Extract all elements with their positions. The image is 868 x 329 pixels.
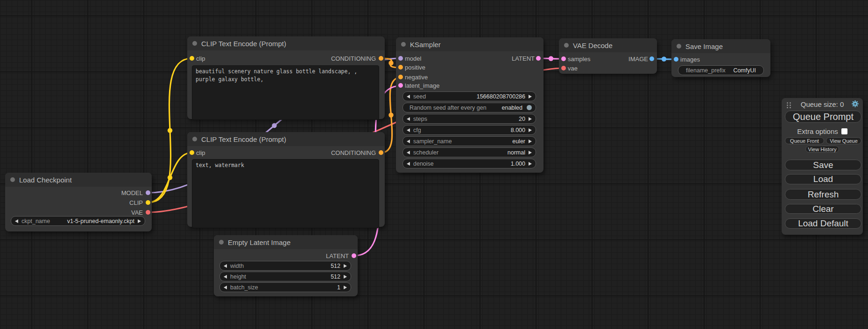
input-slot-vae[interactable] — [561, 66, 566, 70]
queue-front-button[interactable]: Queue Front — [785, 137, 824, 144]
widget-random-seed[interactable]: Random seed after every gen enabled — [402, 103, 536, 112]
output-slot-vae[interactable] — [146, 210, 150, 215]
next-value-icon[interactable] — [529, 162, 532, 166]
widget-sampler-name[interactable]: sampler_name euler — [402, 136, 536, 146]
widget-batch-size[interactable]: batch_size 1 — [219, 282, 351, 292]
extra-options-checkbox[interactable] — [841, 128, 847, 134]
widget-cfg[interactable]: cfg 8.000 — [402, 125, 536, 135]
view-history-button[interactable]: View History — [805, 146, 839, 153]
input-slot-clip[interactable] — [190, 150, 194, 155]
next-value-icon[interactable] — [138, 219, 141, 223]
load-button[interactable]: Load — [785, 174, 861, 184]
random-seed-toggle-icon[interactable] — [527, 105, 532, 110]
node-ksampler[interactable]: KSampler model LATENT positive negative … — [396, 37, 543, 173]
collapse-dot[interactable] — [401, 42, 406, 47]
load-default-button[interactable]: Load Default — [785, 218, 861, 229]
slot-row: clip CONDITIONING — [187, 148, 385, 157]
node-titlebar[interactable]: Load Checkpoint — [5, 173, 152, 187]
next-value-icon[interactable] — [529, 95, 532, 98]
node-load-checkpoint[interactable]: Load Checkpoint MODEL CLIP VAE ckpt_name… — [5, 173, 152, 231]
prev-value-icon[interactable] — [15, 219, 18, 223]
node-titlebar[interactable]: CLIP Text Encode (Prompt) — [187, 36, 385, 50]
widget-denoise[interactable]: denoise 1.000 — [402, 159, 536, 168]
output-slot-image[interactable] — [649, 56, 654, 61]
node-clip-text-encode-negative[interactable]: CLIP Text Encode (Prompt) clip CONDITION… — [187, 132, 385, 227]
input-slot-samples[interactable] — [561, 56, 566, 61]
input-slot-images[interactable] — [674, 57, 678, 62]
collapse-dot[interactable] — [219, 240, 224, 245]
next-value-icon[interactable] — [344, 264, 347, 268]
prev-value-icon[interactable] — [224, 286, 227, 289]
widget-seed[interactable]: seed 156680208700286 — [402, 91, 536, 101]
widget-label: cfg — [413, 127, 421, 133]
node-titlebar[interactable]: CLIP Text Encode (Prompt) — [187, 132, 385, 146]
output-slot-latent[interactable] — [352, 253, 356, 258]
output-slot-clip[interactable] — [146, 200, 150, 205]
queue-prompt-button[interactable]: Queue Prompt — [785, 111, 861, 123]
output-slot-model[interactable] — [146, 190, 150, 195]
next-value-icon[interactable] — [344, 286, 347, 289]
prompt-textarea[interactable]: beautiful scenery nature glass bottle la… — [192, 65, 379, 120]
node-titlebar[interactable]: KSampler — [396, 37, 543, 51]
prev-value-icon[interactable] — [407, 95, 410, 98]
node-titlebar[interactable]: Save Image — [671, 39, 770, 53]
collapse-dot[interactable] — [10, 177, 15, 182]
node-graph-canvas[interactable]: Load Checkpoint MODEL CLIP VAE ckpt_name… — [0, 0, 868, 329]
collapse-dot[interactable] — [564, 43, 569, 48]
widget-steps[interactable]: steps 20 — [402, 114, 536, 124]
clear-button[interactable]: Clear — [785, 204, 861, 214]
node-clip-text-encode-positive[interactable]: CLIP Text Encode (Prompt) clip CONDITION… — [187, 36, 385, 119]
next-value-icon[interactable] — [344, 275, 347, 279]
widget-label: sampler_name — [413, 138, 452, 145]
settings-gear-icon[interactable] — [851, 100, 859, 108]
node-vae-decode[interactable]: VAE Decode samples IMAGE vae — [559, 38, 657, 74]
next-value-icon[interactable] — [529, 117, 532, 121]
widget-height[interactable]: height 512 — [219, 272, 351, 281]
prev-value-icon[interactable] — [407, 140, 410, 143]
widget-scheduler[interactable]: scheduler normal — [402, 147, 536, 157]
input-slot-latent-image[interactable] — [398, 83, 403, 88]
output-label: MODEL — [121, 189, 143, 196]
output-label: CONDITIONING — [331, 149, 376, 156]
output-slot-conditioning[interactable] — [379, 56, 383, 61]
input-slot-clip[interactable] — [190, 56, 194, 61]
output-slot-latent[interactable] — [536, 56, 541, 61]
widget-label: steps — [413, 116, 427, 122]
save-button[interactable]: Save — [785, 160, 861, 170]
widget-label: seed — [413, 93, 426, 100]
refresh-button[interactable]: Refresh — [785, 189, 861, 200]
input-slot-model[interactable] — [398, 56, 403, 61]
prompt-textarea[interactable]: text, watermark — [192, 159, 379, 228]
widget-width[interactable]: width 512 — [219, 261, 351, 271]
prev-value-icon[interactable] — [224, 264, 227, 268]
node-titlebar[interactable]: VAE Decode — [559, 38, 657, 52]
widget-filename-prefix[interactable]: filename_prefix ComfyUI — [678, 65, 764, 75]
output-slot-conditioning[interactable] — [379, 150, 383, 155]
collapse-dot[interactable] — [677, 44, 681, 49]
widget-ckpt-name[interactable]: ckpt_name v1-5-pruned-emaonly.ckpt — [11, 216, 145, 226]
node-titlebar[interactable]: Empty Latent Image — [214, 235, 358, 249]
widget-label: width — [230, 263, 244, 269]
widget-value: enabled — [502, 105, 523, 111]
next-value-icon[interactable] — [529, 128, 532, 132]
prev-value-icon[interactable] — [407, 151, 410, 154]
input-label: vae — [568, 65, 578, 72]
prev-value-icon[interactable] — [224, 275, 227, 279]
prev-value-icon[interactable] — [407, 128, 410, 132]
node-empty-latent-image[interactable]: Empty Latent Image LATENT width 512 heig… — [214, 235, 358, 296]
input-label: latent_image — [405, 82, 439, 89]
input-label: model — [405, 55, 421, 62]
collapse-dot[interactable] — [192, 137, 197, 141]
queue-panel[interactable]: Queue size: 0 Queue Prompt Extra options… — [782, 98, 863, 235]
node-save-image[interactable]: Save Image images filename_prefix ComfyU… — [671, 39, 770, 77]
next-value-icon[interactable] — [529, 140, 532, 143]
view-queue-button[interactable]: View Queue — [826, 137, 861, 144]
input-label: samples — [568, 56, 590, 63]
widget-label: height — [230, 273, 246, 280]
input-slot-negative[interactable] — [398, 75, 403, 79]
collapse-dot[interactable] — [192, 41, 197, 46]
input-slot-positive[interactable] — [398, 65, 403, 70]
prev-value-icon[interactable] — [407, 117, 410, 121]
prev-value-icon[interactable] — [407, 162, 410, 166]
next-value-icon[interactable] — [529, 151, 532, 154]
